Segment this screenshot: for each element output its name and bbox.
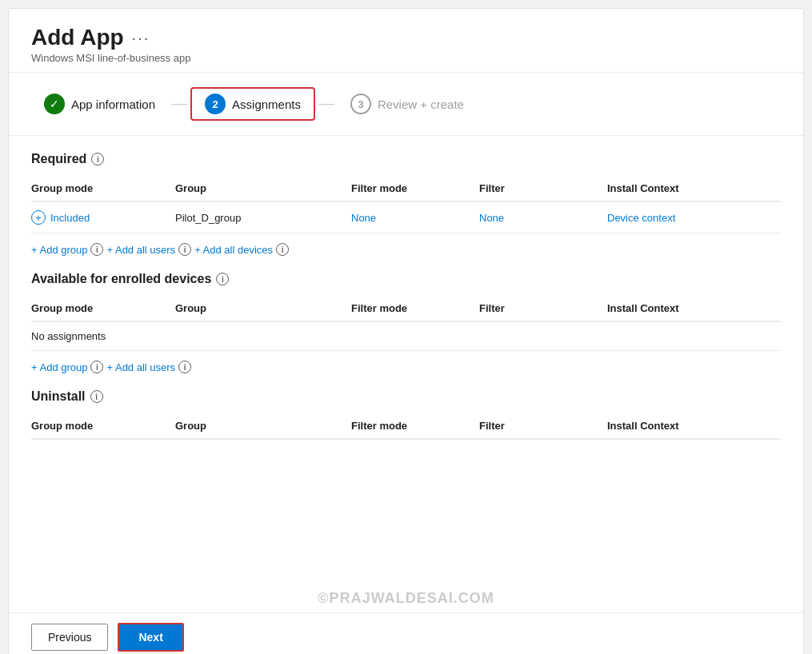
page-title: Add App <box>31 25 124 50</box>
uninstall-col-filter: Filter <box>479 420 607 432</box>
required-table-row: + Included Pilot_D_group None None Devic… <box>31 202 781 233</box>
available-col-filter-mode: Filter mode <box>351 302 479 314</box>
step3-label: Review + create <box>378 98 464 111</box>
available-no-assignments: No assignments <box>31 322 781 351</box>
required-section-title: Required i <box>31 152 781 166</box>
available-col-install-context: Install Context <box>607 302 781 314</box>
step-assignments[interactable]: 2 Assignments <box>190 87 315 121</box>
required-add-group-link[interactable]: + Add group <box>31 244 87 256</box>
next-button[interactable]: Next <box>118 623 183 652</box>
step-divider-2 <box>318 104 334 105</box>
required-col-install-context: Install Context <box>607 182 781 194</box>
required-col-filter-mode: Filter mode <box>351 182 479 194</box>
required-add-all-devices-link[interactable]: + Add all devices <box>194 244 273 256</box>
required-col-filter: Filter <box>479 182 607 194</box>
available-add-group-link[interactable]: + Add group <box>31 361 87 373</box>
required-row-group-mode[interactable]: + Included <box>31 210 175 225</box>
required-row-filter[interactable]: None <box>479 212 607 224</box>
page-content: Required i Group mode Group Filter mode … <box>9 136 803 654</box>
required-add-group-info-icon[interactable]: i <box>90 243 103 256</box>
step1-label: App information <box>71 98 155 111</box>
footer: Previous Next <box>9 612 803 654</box>
step1-check-icon: ✓ <box>44 94 65 114</box>
uninstall-col-install-context: Install Context <box>607 420 781 432</box>
required-col-group: Group <box>175 182 351 194</box>
required-table: Group mode Group Filter mode Filter Inst… <box>31 176 781 233</box>
step-app-information[interactable]: ✓ App information <box>31 89 168 119</box>
available-col-group-mode: Group mode <box>31 302 175 314</box>
page-subtitle: Windows MSI line-of-business app <box>31 52 781 64</box>
required-add-devices-info-icon[interactable]: i <box>276 243 289 256</box>
header-menu-dots[interactable]: ··· <box>132 29 150 47</box>
required-info-icon[interactable]: i <box>91 153 104 165</box>
previous-button[interactable]: Previous <box>31 624 108 651</box>
required-add-users-info-icon[interactable]: i <box>178 243 191 256</box>
required-row-install-context[interactable]: Device context <box>607 212 781 224</box>
uninstall-col-filter-mode: Filter mode <box>351 420 479 432</box>
page-title-row: Add App ··· <box>31 25 781 50</box>
step2-circle: 2 <box>205 94 226 114</box>
main-container: Add App ··· Windows MSI line-of-business… <box>8 8 804 654</box>
uninstall-table: Group mode Group Filter mode Filter Inst… <box>31 413 781 440</box>
available-add-users-info-icon[interactable]: i <box>178 361 191 373</box>
available-table: Group mode Group Filter mode Filter Inst… <box>31 296 781 351</box>
required-col-group-mode: Group mode <box>31 182 175 194</box>
uninstall-col-group: Group <box>175 420 351 432</box>
step-divider-1 <box>171 104 187 105</box>
plus-circle-icon: + <box>31 210 46 225</box>
uninstall-table-header: Group mode Group Filter mode Filter Inst… <box>31 413 781 440</box>
uninstall-info-icon[interactable]: i <box>90 390 103 403</box>
available-col-filter: Filter <box>479 302 607 314</box>
available-info-icon[interactable]: i <box>216 273 229 285</box>
uninstall-section-title: Uninstall i <box>31 389 781 404</box>
steps-bar: ✓ App information 2 Assignments 3 Review… <box>9 73 803 136</box>
page-header: Add App ··· Windows MSI line-of-business… <box>9 9 803 73</box>
required-table-header: Group mode Group Filter mode Filter Inst… <box>31 176 781 202</box>
required-row-group: Pilot_D_group <box>175 212 351 224</box>
step-review-create[interactable]: 3 Review + create <box>338 89 477 119</box>
available-add-all-users-link[interactable]: + Add all users <box>106 361 175 373</box>
available-col-group: Group <box>175 302 351 314</box>
available-add-group-info-icon[interactable]: i <box>90 361 103 373</box>
available-section-title: Available for enrolled devices i <box>31 272 781 286</box>
available-table-header: Group mode Group Filter mode Filter Inst… <box>31 296 781 322</box>
step3-circle: 3 <box>350 94 371 114</box>
included-button[interactable]: + Included <box>31 210 90 225</box>
step2-label: Assignments <box>232 98 301 111</box>
required-add-links: + Add group i + Add all users i + Add al… <box>31 243 781 256</box>
available-add-links: + Add group i + Add all users i <box>31 361 781 373</box>
required-add-all-users-link[interactable]: + Add all users <box>106 244 175 256</box>
uninstall-col-group-mode: Group mode <box>31 420 175 432</box>
required-row-filter-mode[interactable]: None <box>351 212 479 224</box>
